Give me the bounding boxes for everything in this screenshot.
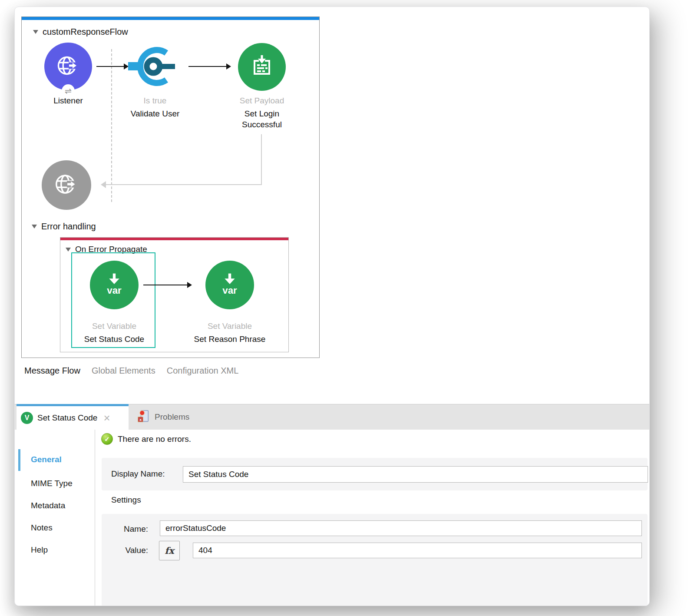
set-variable-tab-icon: V xyxy=(21,412,33,424)
set-variable-icon: var xyxy=(215,269,245,301)
close-icon[interactable]: × xyxy=(103,414,110,422)
active-tab-label: Set Status Code xyxy=(37,413,97,423)
editor-tab-bar: Message Flow Global Elements Configurati… xyxy=(24,366,238,376)
svg-text:var: var xyxy=(107,285,122,296)
error-handling-header[interactable]: Error handling xyxy=(32,222,96,232)
sidebar-item-general[interactable]: General xyxy=(31,455,62,464)
problems-view-icon: x xyxy=(137,409,150,425)
scope-boundary-line xyxy=(111,49,112,202)
tab-global-elements[interactable]: Global Elements xyxy=(92,366,155,376)
svg-text:x: x xyxy=(139,417,142,422)
status-message: There are no errors. xyxy=(118,434,191,444)
value-label: Value: xyxy=(115,546,148,555)
validation-icon xyxy=(128,87,182,95)
problems-tab-label: Problems xyxy=(155,412,189,422)
globe-arrow-icon xyxy=(54,52,82,81)
sidebar-item-mime-type[interactable]: MIME Type xyxy=(31,479,73,488)
display-name-input[interactable] xyxy=(183,466,648,483)
sidebar-divider xyxy=(95,430,95,606)
globe-arrow-icon xyxy=(52,170,81,200)
node-name-label: Successful xyxy=(218,120,305,129)
expression-fx-button[interactable]: fx xyxy=(159,541,180,560)
active-sidebar-accent xyxy=(18,449,20,471)
settings-section-label: Settings xyxy=(111,495,141,505)
sidebar-item-help[interactable]: Help xyxy=(31,545,48,555)
name-label: Name: xyxy=(115,524,148,534)
sidebar-item-notes[interactable]: Notes xyxy=(31,523,53,533)
http-exchange-badge-icon: ⇌ xyxy=(62,84,75,97)
response-connector-arrowhead-icon xyxy=(97,181,106,188)
flow-arrow xyxy=(96,66,128,67)
error-scope-bar xyxy=(60,238,288,240)
set-variable-icon: var xyxy=(99,269,129,301)
collapse-triangle-icon[interactable] xyxy=(33,30,38,34)
validate-user-node[interactable] xyxy=(128,40,182,93)
node-name-label: Set Login xyxy=(218,109,305,119)
error-handling-label: Error handling xyxy=(41,222,96,232)
node-name-label: Validate User xyxy=(112,109,198,119)
flow-selected-bar xyxy=(22,17,319,20)
flow-arrow xyxy=(188,66,230,67)
studio-window: customResponseFlow ⇌ Listener xyxy=(14,7,650,606)
set-payload-icon xyxy=(248,52,276,82)
display-name-label: Display Name: xyxy=(111,469,165,479)
svg-text:var: var xyxy=(222,285,237,296)
listener-label: Listener xyxy=(33,96,103,106)
response-connector-line xyxy=(103,184,262,185)
response-connector-line xyxy=(261,134,262,185)
node-type-label: Set Variable xyxy=(71,321,158,331)
tab-problems[interactable]: x Problems xyxy=(133,404,194,430)
node-name-label: Set Status Code xyxy=(71,334,158,344)
flow-title: customResponseFlow xyxy=(43,27,128,37)
listener-node[interactable] xyxy=(44,43,92,90)
tab-message-flow[interactable]: Message Flow xyxy=(24,366,80,376)
no-errors-check-icon: ✓ xyxy=(101,433,113,445)
set-status-code-node[interactable]: var xyxy=(90,261,139,309)
response-node[interactable] xyxy=(42,160,91,210)
set-reason-phrase-node[interactable]: var xyxy=(205,261,254,309)
set-payload-node[interactable] xyxy=(238,43,286,91)
node-name-label: Set Reason Phrase xyxy=(182,334,278,344)
flow-arrow xyxy=(143,285,191,285)
node-type-label: Is true xyxy=(112,96,198,106)
flow-header[interactable]: customResponseFlow xyxy=(33,27,128,37)
tab-set-status-code[interactable]: V Set Status Code × xyxy=(17,404,129,430)
name-input[interactable] xyxy=(160,520,642,536)
value-input[interactable] xyxy=(193,543,642,558)
collapse-triangle-icon[interactable] xyxy=(66,248,71,252)
node-type-label: Set Variable xyxy=(186,321,273,331)
tab-configuration-xml[interactable]: Configuration XML xyxy=(167,366,239,376)
sidebar-item-metadata[interactable]: Metadata xyxy=(31,501,65,510)
node-type-label: Set Payload xyxy=(218,96,305,106)
collapse-triangle-icon[interactable] xyxy=(32,225,37,229)
